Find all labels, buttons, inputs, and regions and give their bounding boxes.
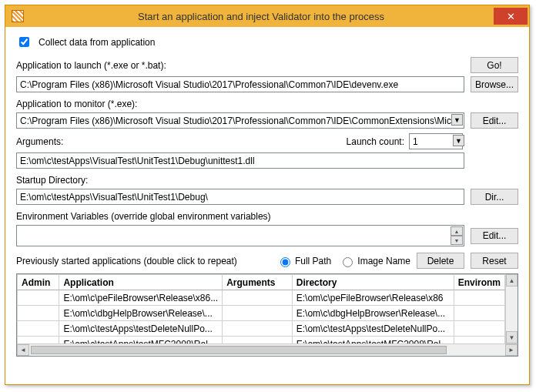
cell-directory: E:\om\c\peFileBrowser\Release\x86	[292, 290, 454, 306]
scroll-down-icon[interactable]: ▼	[506, 331, 518, 343]
dialog-window: Start an application and inject Validato…	[5, 5, 530, 385]
close-button[interactable]: ✕	[494, 8, 528, 25]
env-edit-button[interactable]: Edit...	[471, 228, 518, 244]
col-header-directory[interactable]: Directory	[292, 275, 454, 290]
full-path-radio-label: Full Path	[295, 256, 331, 266]
table-row[interactable]: E:\om\c\testApps\testDeleteNullPo...E:\o…	[18, 321, 505, 337]
monitor-edit-button[interactable]: Edit...	[471, 112, 518, 129]
env-label: Environment Variables (override global e…	[16, 211, 464, 222]
cell-admin	[18, 290, 59, 306]
app-icon	[12, 10, 24, 22]
cell-admin	[18, 321, 59, 337]
horizontal-scrollbar[interactable]: ◄ ►	[17, 343, 518, 356]
col-header-application[interactable]: Application	[59, 275, 223, 290]
cell-environment	[454, 290, 504, 306]
full-path-radio[interactable]	[280, 257, 290, 267]
reset-button[interactable]: Reset	[471, 253, 518, 269]
arguments-input[interactable]	[16, 152, 464, 169]
close-icon: ✕	[507, 11, 515, 22]
launch-app-input[interactable]	[16, 76, 464, 92]
cell-application: E:\om\c\peFileBrowser\Release\x86...	[59, 290, 223, 306]
arguments-label: Arguments:	[16, 136, 63, 147]
titlebar: Start an application and inject Validato…	[5, 5, 529, 27]
image-name-radio-label: Image Name	[357, 256, 410, 266]
monitor-app-label: Application to monitor (*.exe):	[16, 99, 464, 109]
launch-app-label: Application to launch (*.exe or *.bat):	[16, 60, 464, 71]
scroll-right-icon[interactable]: ►	[505, 344, 518, 356]
launch-count-label: Launch count:	[347, 136, 404, 147]
history-table: Admin Application Arguments Directory En…	[16, 273, 518, 357]
scroll-thumb[interactable]	[31, 346, 447, 354]
cell-directory: E:\om\c\testApps\testDeleteNullPo...	[292, 321, 454, 337]
window-title: Start an application and inject Validato…	[28, 11, 494, 22]
startup-dir-label: Startup Directory:	[16, 175, 464, 186]
cell-application: E:\om\c\dbgHelpBrowser\Release\...	[59, 306, 223, 321]
collect-data-checkbox[interactable]	[19, 37, 29, 47]
delete-button[interactable]: Delete	[417, 253, 464, 269]
col-header-arguments[interactable]: Arguments	[223, 275, 293, 290]
go-button[interactable]: Go!	[471, 57, 518, 73]
table-row[interactable]: E:\om\c\peFileBrowser\Release\x86...E:\o…	[18, 290, 505, 306]
table-row[interactable]: E:\om\c\dbgHelpBrowser\Release\...E:\om\…	[18, 306, 505, 321]
cell-directory: E:\om\c\dbgHelpBrowser\Release\...	[292, 306, 454, 321]
col-header-environment[interactable]: Environm	[454, 275, 504, 290]
cell-admin	[18, 306, 59, 321]
dir-button[interactable]: Dir...	[471, 189, 518, 205]
startup-dir-input[interactable]	[16, 189, 464, 205]
col-header-admin[interactable]: Admin	[18, 275, 59, 290]
vertical-scrollbar[interactable]: ▲ ▼	[505, 274, 518, 343]
cell-arguments	[223, 321, 293, 337]
browse-button[interactable]: Browse...	[471, 76, 518, 92]
scroll-left-icon[interactable]: ◄	[17, 344, 29, 356]
image-name-radio[interactable]	[343, 257, 353, 267]
cell-environment	[454, 321, 504, 337]
history-label: Previously started applications (double …	[16, 256, 270, 266]
dialog-content: Collect data from application Applicatio…	[5, 27, 529, 361]
cell-arguments	[223, 290, 293, 306]
env-list[interactable]: ▲ ▼	[16, 225, 464, 246]
spinner-up-icon[interactable]: ▲	[451, 226, 463, 236]
cell-application: E:\om\c\testApps\testDeleteNullPo...	[59, 321, 223, 337]
scroll-up-icon[interactable]: ▲	[506, 274, 518, 286]
path-mode-radio-group: Full Path Image Name	[276, 255, 410, 267]
chevron-down-icon[interactable]: ▼	[453, 135, 464, 146]
cell-environment	[454, 306, 504, 321]
cell-arguments	[223, 306, 293, 321]
collect-data-label: Collect data from application	[39, 37, 155, 48]
spinner-down-icon[interactable]: ▼	[451, 236, 463, 245]
monitor-app-combo[interactable]	[16, 112, 464, 129]
chevron-down-icon[interactable]: ▼	[451, 114, 463, 126]
